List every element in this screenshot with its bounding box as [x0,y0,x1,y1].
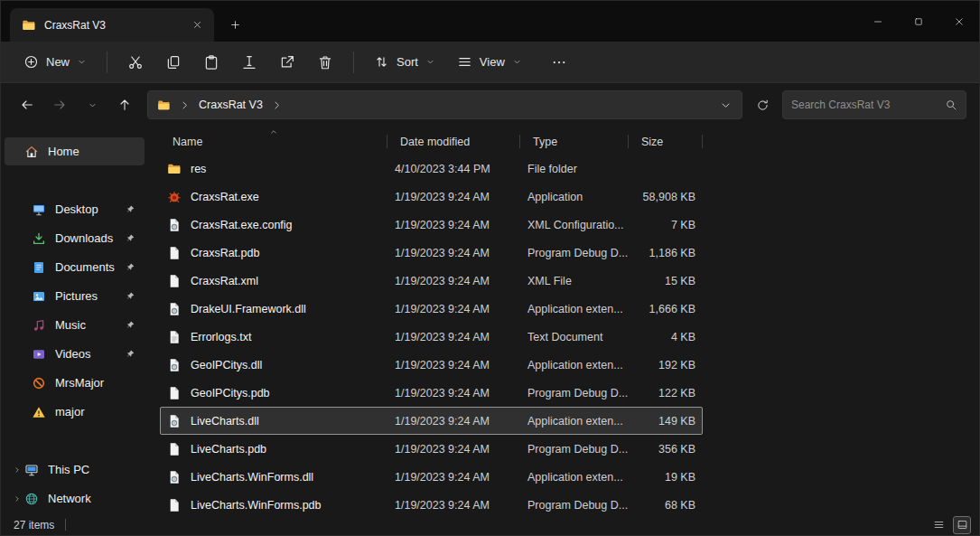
paste-button[interactable] [193,47,229,78]
paste-icon [203,54,219,71]
view-button[interactable]: View [447,47,532,78]
cut-button[interactable] [117,47,154,78]
thumbnail-view-button[interactable] [954,517,970,533]
column-header-type[interactable]: Type [520,128,629,155]
file-row[interactable]: LiveCharts.pdb 1/19/2023 9:24 AM Program… [160,435,703,463]
chevron-right-icon [13,494,22,503]
file-row[interactable]: LiveCharts.WinForms.dll 1/19/2023 9:24 A… [160,463,703,491]
file-row[interactable]: CraxsRat.xml 1/19/2023 9:24 AM XML File … [160,267,703,295]
file-date: 1/19/2023 9:24 AM [387,331,520,343]
chevron-right-icon [13,465,22,475]
share-button[interactable] [269,47,305,78]
sidebar-item-label: major [55,405,141,418]
up-button[interactable] [111,91,138,118]
file-row[interactable]: Errorlogs.txt 1/19/2023 9:24 AM Text Doc… [160,323,703,351]
file-date: 1/19/2023 9:24 AM [387,191,520,203]
column-header-label: Name [173,136,202,148]
back-icon [20,98,34,112]
refresh-button[interactable] [748,90,777,119]
search-input[interactable] [791,99,939,111]
file-type: Application [520,191,629,203]
minimize-button[interactable] [857,1,898,42]
file-row[interactable]: DrakeUI.Framework.dll 1/19/2023 9:24 AM … [160,295,703,323]
recent-locations-button[interactable] [79,91,106,118]
view-button-label: View [480,55,505,69]
file-row[interactable]: GeoIPCitys.pdb 1/19/2023 9:24 AM Program… [160,379,703,407]
thumbnail-view-icon [957,519,968,531]
sidebar-item-home[interactable]: Home [5,137,145,165]
sidebar-item-this-pc[interactable]: This PC [5,456,145,484]
copy-button[interactable] [155,47,191,78]
forward-button[interactable] [46,91,73,118]
file-icon [167,386,182,400]
sort-button[interactable]: Sort [364,47,445,78]
column-header-name[interactable]: Name [160,128,387,155]
file-name: GeoIPCitys.dll [191,359,262,371]
file-row[interactable]: CraxsRat.pdb 1/19/2023 9:24 AM Program D… [160,239,703,267]
sort-button-label: Sort [397,55,418,69]
maximize-button[interactable] [898,1,938,42]
sidebar-item-downloads[interactable]: Downloads [5,224,145,252]
file-row[interactable]: res 4/10/2023 3:44 PM File folder [160,155,703,183]
see-more-button[interactable] [541,47,577,78]
column-header-size[interactable]: Size [629,128,703,155]
back-button[interactable] [14,91,41,118]
file-row[interactable]: LiveCharts.WinForms.pdb 1/19/2023 9:24 A… [160,491,703,514]
details-view-button[interactable] [930,517,947,533]
file-date: 1/19/2023 9:24 AM [387,219,520,231]
file-name: DrakeUI.Framework.dll [191,303,306,315]
command-toolbar: New Sort View [1,42,979,83]
file-date: 1/19/2023 9:24 AM [387,471,520,484]
documents-icon [32,260,46,275]
sidebar-item-pictures[interactable]: Pictures [5,282,145,310]
expand-chevron[interactable] [10,494,24,503]
chevron-down-icon [425,57,435,67]
address-path-segment[interactable]: CraxsRat V3 [199,99,263,111]
sidebar-item-music[interactable]: Music [5,311,145,339]
file-size: 4 KB [629,331,703,343]
file-row[interactable]: GeoIPCitys.dll 1/19/2023 9:24 AM Applica… [160,351,703,379]
sidebar-item-videos[interactable]: Videos [5,340,145,368]
file-explorer-window: CraxsRat V3 New Sor [0,0,980,536]
address-bar[interactable]: CraxsRat V3 [147,90,742,119]
new-button[interactable]: New [14,47,97,78]
file-icon [167,274,182,288]
file-date: 1/19/2023 9:24 AM [387,443,520,456]
file-size: 58,908 KB [629,191,703,203]
sidebar-item-mrsmajor[interactable]: MrsMajor [5,369,145,397]
file-row-selected[interactable]: LiveCharts.dll 1/19/2023 9:24 AM Applica… [160,407,703,435]
file-date: 1/19/2023 9:24 AM [387,359,520,371]
path-chevron-icon [270,99,284,112]
close-button[interactable] [938,1,979,42]
sidebar-item-network[interactable]: Network [5,484,145,512]
file-name: CraxsRat.xml [191,275,258,287]
close-tab-button[interactable] [185,14,209,37]
file-row[interactable]: CraxsRat.exe 1/19/2023 9:24 AM Applicati… [160,183,703,211]
chevron-down-icon [77,57,87,67]
titlebar: CraxsRat V3 [1,1,979,42]
column-header-label: Type [533,136,557,148]
address-dropdown-chevron-icon[interactable] [719,99,733,112]
sidebar-item-major[interactable]: major [5,398,145,426]
view-toggles [930,514,970,535]
explorer-tab[interactable]: CraxsRat V3 [10,8,214,42]
sidebar-item-documents[interactable]: Documents [5,253,145,281]
minimize-icon [873,16,883,27]
view-icon [457,54,472,70]
chevron-down-icon [512,57,522,67]
text-file-icon [167,330,182,344]
file-type: Program Debug D... [520,443,629,456]
rename-button[interactable] [231,47,267,78]
sidebar-item-desktop[interactable]: Desktop [5,195,145,223]
file-type: File folder [520,163,629,175]
expand-chevron[interactable] [10,465,24,475]
search-icon [945,99,957,111]
file-name: res [191,163,206,175]
delete-button[interactable] [307,47,343,78]
new-tab-plus-icon [229,19,241,31]
file-row[interactable]: CraxsRat.exe.config 1/19/2023 9:24 AM XM… [160,211,703,239]
column-header-date-modified[interactable]: Date modified [387,128,520,155]
new-button-label: New [46,55,70,69]
folder-icon [22,18,36,33]
new-tab-button[interactable] [221,11,248,38]
